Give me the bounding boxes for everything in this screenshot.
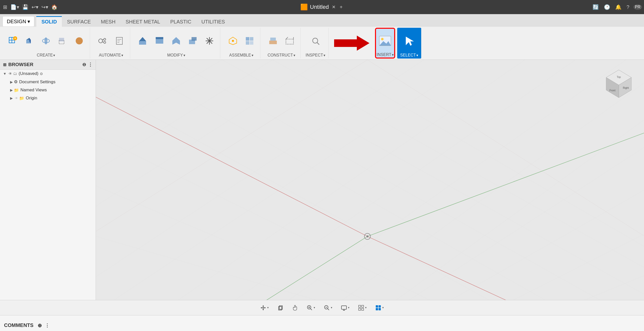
browser-item-origin[interactable]: ▶ 👁 📁 Origin (0, 94, 96, 102)
tool-row: + (0, 27, 644, 60)
svg-line-70 (96, 60, 323, 206)
undo-btn[interactable]: ↩▾ (31, 3, 39, 11)
automate1-btn[interactable] (95, 35, 110, 47)
view-cube[interactable]: Top Front Right (601, 67, 636, 103)
modify2-btn[interactable] (152, 35, 167, 47)
automate-label[interactable]: AUTOMATE ▾ (99, 53, 123, 58)
insert-label[interactable]: INSERT ▾ (377, 52, 393, 57)
svg-rect-115 (379, 308, 381, 310)
history-icon[interactable]: 🕐 (603, 3, 611, 11)
design-button[interactable]: DESIGN ▾ (3, 16, 34, 27)
svg-line-74 (367, 85, 644, 300)
svg-marker-46 (334, 36, 369, 51)
svg-line-72 (96, 60, 222, 135)
pan-bottom-btn[interactable] (289, 303, 301, 313)
grid-display-btn[interactable]: ▾ (355, 303, 369, 313)
title-bar: ⊞ 📄▾ 💾 ↩▾ ↪▾ 🏠 🟧 Untitled ✕ + 🔄 🕐 🔔 ? PR (0, 0, 644, 14)
move-bottom-btn[interactable]: ▾ (257, 303, 272, 313)
insert-image-btn[interactable] (377, 33, 393, 49)
box-btn[interactable] (55, 35, 70, 47)
dropdown-arrow-icon: ▾ (365, 306, 367, 309)
chevron-right-icon: ▶ (10, 96, 13, 100)
construct-label[interactable]: CONSTRUCT ▾ (267, 53, 295, 58)
sphere-btn[interactable] (72, 35, 87, 47)
select-icons (401, 29, 417, 53)
sync-icon[interactable]: 🔄 (592, 3, 600, 11)
svg-line-67 (247, 60, 626, 300)
tab-surface[interactable]: SURFACE (62, 16, 96, 27)
modify1-btn[interactable] (135, 35, 150, 47)
svg-line-78 (96, 97, 367, 236)
folder-icon: 🗂 (13, 71, 17, 76)
add-comment-icon[interactable]: ⊕ (38, 322, 42, 328)
visibility-icon[interactable]: 👁 (15, 96, 18, 100)
inspect-icons (308, 29, 323, 53)
view-options-btn[interactable]: ▾ (372, 303, 387, 313)
svg-line-64 (96, 60, 474, 300)
select-btn[interactable] (401, 34, 417, 48)
chevron-down-icon: ▼ (3, 72, 7, 76)
zoom-in-btn[interactable]: ▾ (304, 303, 318, 313)
svg-point-13 (99, 39, 103, 43)
app-grid-icon[interactable]: ⊞ (2, 3, 8, 11)
select-label[interactable]: SELECT ▾ (400, 53, 418, 58)
save-btn[interactable]: 💾 (21, 3, 30, 11)
folder-icon: 📁 (19, 96, 24, 101)
assemble2-btn[interactable] (242, 35, 257, 47)
origin-label: Origin (26, 96, 37, 101)
extrude-btn[interactable] (22, 35, 37, 47)
new-component-btn[interactable]: + (5, 35, 20, 47)
tab-mesh[interactable]: MESH (96, 16, 121, 27)
comments-drag-handle[interactable]: ⋮ (45, 323, 49, 328)
browser-item-unsaved[interactable]: ▼ 👁 🗂 (Unsaved) ⊙ (0, 70, 96, 78)
zoom-fit-btn[interactable]: ▾ (321, 303, 335, 313)
construct1-btn[interactable] (265, 35, 281, 47)
browser-collapse-icon[interactable]: ⊞ (3, 62, 6, 67)
visibility-icon[interactable]: 👁 (9, 72, 12, 76)
notifications-icon[interactable]: 🔔 (614, 3, 623, 11)
target-icon[interactable]: ⊙ (40, 72, 43, 76)
tab-plastic[interactable]: PLASTIC (165, 16, 196, 27)
modify-label[interactable]: MODIFY ▾ (167, 53, 185, 58)
main-content: ⊞ BROWSER ⊖ ⋮ ▼ 👁 🗂 (Unsaved) ⊙ ▶ ⚙ Docu… (0, 60, 644, 300)
close-doc-btn[interactable]: ✕ (331, 3, 337, 11)
svg-rect-35 (246, 37, 249, 41)
red-arrow-indicator (332, 33, 372, 53)
inspect-label[interactable]: INSPECT ▾ (306, 53, 325, 58)
automate2-btn[interactable] (112, 35, 127, 47)
doc-title-text: Untitled (310, 4, 329, 10)
svg-rect-105 (341, 306, 346, 309)
svg-rect-36 (250, 37, 253, 41)
help-icon[interactable]: ? (626, 3, 630, 11)
construct2-btn[interactable] (282, 35, 297, 47)
browser-drag-icon[interactable]: ⋮ (88, 62, 93, 67)
svg-rect-38 (250, 41, 253, 45)
redo-btn[interactable]: ↪▾ (40, 3, 49, 11)
canvas-area[interactable]: Top Front Right (96, 60, 644, 300)
create-label[interactable]: CREATE ▾ (37, 53, 55, 58)
assemble1-btn[interactable] (225, 35, 240, 47)
profile-icon[interactable]: PR (633, 4, 642, 10)
modify4-btn[interactable] (185, 35, 200, 47)
svg-line-55 (222, 60, 644, 300)
home-btn[interactable]: 🏠 (50, 3, 59, 11)
browser-minimize-icon[interactable]: ⊖ (82, 62, 86, 67)
tab-sheet-metal[interactable]: SHEET METAL (121, 16, 165, 27)
revolve-btn[interactable] (38, 35, 53, 47)
file-menu[interactable]: 📄▾ (9, 3, 20, 11)
display-mode-btn[interactable]: ▾ (338, 303, 352, 313)
tab-solid[interactable]: SOLID (36, 16, 62, 27)
new-tab-btn[interactable]: + (339, 3, 344, 11)
modify5-btn[interactable] (202, 35, 217, 47)
unsaved-label: (Unsaved) (19, 71, 38, 76)
assemble-label[interactable]: ASSEMBLE ▾ (229, 53, 253, 58)
browser-item-named-views[interactable]: ▶ 📁 Named Views (0, 86, 96, 94)
tab-utilities[interactable]: UTILITIES (196, 16, 230, 27)
modify-icons (135, 29, 217, 53)
inspect1-btn[interactable] (308, 35, 323, 47)
modify3-btn[interactable] (169, 35, 184, 47)
copy-bottom-btn[interactable] (275, 303, 286, 313)
browser-item-doc-settings[interactable]: ▶ ⚙ Document Settings (0, 78, 96, 86)
svg-point-12 (76, 37, 83, 44)
svg-line-56 (172, 60, 626, 300)
